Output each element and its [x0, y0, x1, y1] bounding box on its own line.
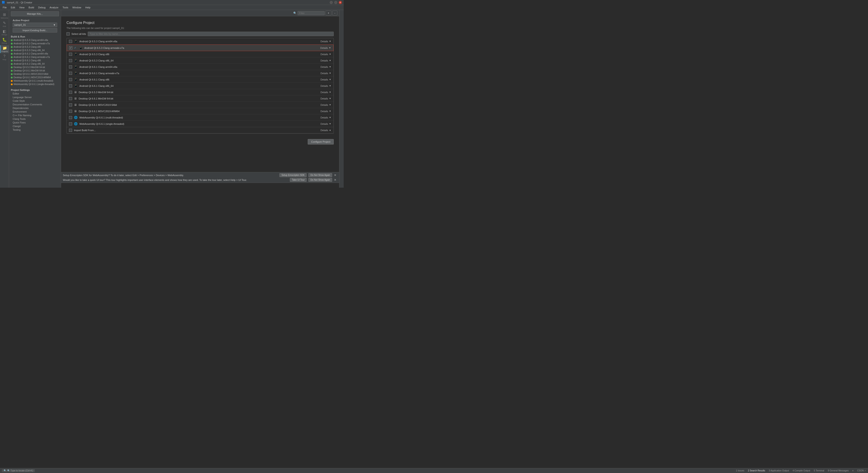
kit-checkbox-4[interactable]	[69, 65, 72, 68]
filter-input[interactable]	[298, 11, 325, 15]
settings-item-c++-file-naming[interactable]: C++ File Naming	[9, 114, 61, 117]
kit-checkbox-13[interactable]	[69, 122, 72, 125]
kit-checkbox-7[interactable]	[69, 84, 72, 88]
nav-welcome[interactable]: ⊞ Welcome	[0, 12, 9, 20]
settings-item-clangd[interactable]: Clangd	[9, 124, 61, 128]
kit-details-button[interactable]: Details ▼	[320, 123, 331, 125]
kit-details-button[interactable]: Details ▼	[320, 103, 331, 106]
kit-row[interactable]: 🖥 Desktop Qt 6.6.1 MinGW 64-bit Details …	[67, 95, 334, 102]
kit-row[interactable]: 🌐 WebAssembly Qt 6.6.1 (multi-threaded) …	[67, 115, 334, 121]
kit-checkbox-11[interactable]	[69, 109, 72, 113]
kit-details-button[interactable]: Details ▼	[320, 46, 331, 49]
menu-item-window[interactable]: Window	[70, 6, 83, 9]
kit-row[interactable]: 📱 Android Qt 6.6.1 Clang x86 Details ▼	[67, 76, 334, 83]
sidebar-kit-item[interactable]: Desktop Qt 6.6.1 MSVC2019 ARM64	[9, 76, 61, 79]
import-build-checkbox[interactable]	[69, 129, 72, 132]
menu-item-debug[interactable]: Debug	[36, 6, 47, 9]
kit-checkbox-2[interactable]	[69, 53, 72, 56]
kit-details-button[interactable]: Details ▼	[320, 85, 331, 87]
kit-row[interactable]: 📱 Android Qt 6.6.1 Clang x86_64 Details …	[67, 83, 334, 89]
kit-checkbox-9[interactable]	[69, 97, 72, 100]
kit-details-button[interactable]: Details ▼	[320, 59, 331, 62]
kit-details-button[interactable]: Details ▼	[320, 78, 331, 81]
settings-item-editor[interactable]: Editor	[9, 92, 61, 95]
kit-details-button[interactable]: Details ▼	[320, 97, 331, 100]
kit-row[interactable]: 🖥 Desktop Qt 6.6.1 MSVC2019 ARM64 Detail…	[67, 108, 334, 115]
kit-checkbox-6[interactable]	[69, 78, 72, 81]
kit-row[interactable]: ✓ ✓ 📱 Android Qt 6.5.3 Clang armeabi-v7a…	[67, 44, 334, 51]
kit-row[interactable]: 🌐 WebAssembly Qt 6.6.1 (single-threaded)…	[67, 121, 334, 127]
import-build-row[interactable]: Import Build From... Details ▼	[67, 127, 334, 133]
kit-row[interactable]: 📱 Android Qt 6.6.1 Clang arm64-v8a Detai…	[67, 64, 334, 70]
nav-projects[interactable]: 📁 Projects	[0, 45, 9, 53]
menu-item-help[interactable]: Help	[84, 6, 92, 9]
sidebar-kit-item[interactable]: Desktop Qt 6.5.3 MinGW 64-bit	[9, 66, 61, 69]
active-project-dropdown[interactable]: samp4_01 ▼	[13, 23, 57, 27]
kit-row[interactable]: 📱 Android Qt 6.6.1 Clang armeabi-v7a Det…	[67, 70, 334, 76]
nav-help[interactable]: ? Help	[0, 54, 9, 61]
kit-row[interactable]: 📱 Android Qt 6.5.3 Clang arm64-v8a Detai…	[67, 38, 334, 44]
import-existing-build-button[interactable]: Import Existing Build...	[13, 28, 57, 33]
kit-details-button[interactable]: Details ▼	[320, 116, 331, 119]
settings-item-quick-fixes[interactable]: Quick Fixes	[9, 121, 61, 124]
notification-btn-take-ui-tour[interactable]: Take UI Tour	[290, 178, 307, 182]
menu-item-file[interactable]: File	[1, 6, 8, 9]
select-all-checkbox[interactable]	[66, 32, 70, 35]
kit-details-button[interactable]: Details ▼	[320, 53, 331, 56]
menu-item-analyze[interactable]: Analyze	[48, 6, 60, 9]
notification-btn-do-not-show-again[interactable]: Do Not Show Again	[308, 178, 332, 182]
menu-item-edit[interactable]: Edit	[9, 6, 17, 9]
nav-design[interactable]: ◧ Design	[0, 29, 9, 36]
sidebar-kit-item[interactable]: Android Qt 6.5.3 Clang x86	[9, 45, 61, 49]
notification-close-button-1[interactable]: ✕	[333, 178, 337, 182]
kit-details-button[interactable]: Details ▼	[320, 66, 331, 68]
nav-debug[interactable]: 🐛 Debug	[0, 37, 9, 45]
kit-checkbox-1[interactable]: ✓	[69, 46, 72, 50]
notification-close-button-0[interactable]: ✕	[333, 173, 337, 177]
kit-details-button[interactable]: Details ▼	[320, 110, 331, 113]
notification-btn-do-not-show-again[interactable]: Do Not Show Again	[308, 173, 332, 177]
kit-checkbox-0[interactable]	[69, 40, 72, 43]
remove-button[interactable]: -	[332, 11, 337, 15]
settings-item-environment[interactable]: Environment	[9, 110, 61, 114]
settings-item-clang-tools[interactable]: Clang Tools	[9, 117, 61, 121]
sidebar-kit-item[interactable]: Android Qt 6.6.1 Clang x86	[9, 59, 61, 62]
menu-item-view[interactable]: View	[18, 6, 27, 9]
configure-project-button[interactable]: Configure Project	[308, 139, 334, 145]
kit-checkbox-8[interactable]	[69, 91, 72, 94]
sidebar-kit-item[interactable]: Desktop Qt 6.6.1 MinGW 64-bit	[9, 69, 61, 72]
settings-item-dependencies[interactable]: Dependencies	[9, 106, 61, 110]
kit-details-button[interactable]: Details ▼	[320, 40, 331, 43]
menu-item-build[interactable]: Build	[27, 6, 36, 9]
sidebar-kit-item[interactable]: Android Qt 6.6.1 Clang x86_64	[9, 62, 61, 66]
nav-edit[interactable]: ✎ Edit	[0, 20, 9, 28]
sidebar-kit-item[interactable]: Android Qt 6.5.3 Clang x86_64	[9, 49, 61, 52]
settings-item-code-style[interactable]: Code Style	[9, 99, 61, 103]
kit-checkbox-10[interactable]	[69, 103, 72, 106]
kit-row[interactable]: 📱 Android Qt 6.5.3 Clang x86_64 Details …	[67, 57, 334, 64]
manage-kits-button[interactable]: Manage Kits...	[11, 11, 59, 16]
sidebar-kit-item[interactable]: WebAssembly Qt 6.6.1 (multi-threaded)	[9, 79, 61, 83]
kit-checkbox-12[interactable]	[69, 116, 72, 119]
close-button[interactable]: ✕	[339, 1, 342, 4]
settings-item-documentation-comments[interactable]: Documentation Comments	[9, 103, 61, 106]
sidebar-kit-item[interactable]: Desktop Qt 6.6.1 MSVC2019 64bit	[9, 72, 61, 76]
menu-item-tools[interactable]: Tools	[61, 6, 70, 9]
import-build-details[interactable]: Details ▼	[320, 129, 331, 132]
kit-checkbox-3[interactable]	[69, 59, 72, 62]
maximize-button[interactable]: □	[334, 1, 337, 4]
kit-details-button[interactable]: Details ▼	[320, 91, 331, 94]
kit-row[interactable]: 🖥 Desktop Qt 6.6.1 MSVC2019 64bit Detail…	[67, 102, 334, 108]
sidebar-kit-item[interactable]: Android Qt 6.6.1 Clang armeabi-v7a	[9, 55, 61, 59]
kit-checkbox-5[interactable]	[69, 72, 72, 75]
kit-row[interactable]: 🖥 Desktop Qt 6.5.3 MinGW 64-bit Details …	[67, 89, 334, 95]
sidebar-kit-item[interactable]: Android Qt 6.6.1 Clang armeabi-v7a	[9, 42, 61, 45]
kit-filter-input[interactable]	[88, 32, 334, 36]
sidebar-kit-item[interactable]: Android Qt 6.5.3 Clang arm64-v8a	[9, 38, 61, 42]
add-button[interactable]: +	[326, 11, 332, 15]
kit-row[interactable]: 📱 Android Qt 6.5.3 Clang x86 Details ▼	[67, 51, 334, 57]
minimize-button[interactable]: –	[330, 1, 333, 4]
settings-item-testing[interactable]: Testing	[9, 128, 61, 132]
kit-details-button[interactable]: Details ▼	[320, 72, 331, 74]
settings-item-language-server[interactable]: Language Server	[9, 95, 61, 99]
